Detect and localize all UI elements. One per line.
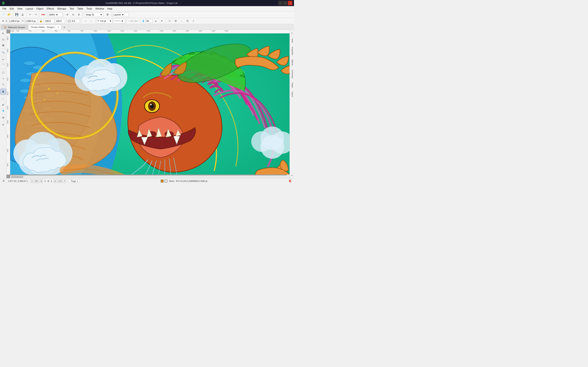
nodes-button[interactable]: ⬦	[179, 18, 184, 24]
print-button[interactable]: 🖨	[20, 12, 25, 17]
stroke-width-dropdown[interactable]: ✏ ▼	[96, 19, 112, 23]
page-next-button[interactable]: ▷	[54, 179, 57, 183]
rect-tool-button[interactable]: □	[0, 70, 6, 75]
scrollbar-horizontal[interactable]	[10, 175, 290, 178]
launch-dropdown[interactable]: Launch ▼	[112, 12, 129, 17]
interactive-tool-button[interactable]: ✛	[0, 115, 6, 120]
ruler-mark-1500: 1500	[225, 30, 228, 32]
transform-tool-button[interactable]: ⊕	[0, 42, 6, 48]
new-button[interactable]: 📄	[1, 12, 6, 17]
freehand-tool-button[interactable]: ✏	[0, 57, 6, 62]
right-panel-hints-icon[interactable]: ?	[290, 31, 294, 35]
menu-help[interactable]: Help	[106, 7, 114, 11]
save-button[interactable]: 💾	[14, 12, 19, 17]
menu-object[interactable]: Object	[35, 7, 45, 11]
snap-mode-button[interactable]: ⊞	[65, 12, 70, 17]
panel-add-icon[interactable]: +	[290, 173, 294, 177]
angle-input[interactable]	[71, 19, 80, 23]
opacity-up-button[interactable]: ▲	[153, 18, 158, 24]
stroke-input[interactable]	[100, 20, 108, 22]
stroke-style-dropdown[interactable]: ───── ▼	[113, 19, 125, 23]
stroke-style-preview: ─────	[114, 20, 120, 22]
objects-panel-button[interactable]: Objects	[290, 58, 294, 67]
tab-close-icon[interactable]: ✕	[57, 26, 59, 28]
zoom-dropdown[interactable]: 626% ▼	[48, 12, 62, 17]
more-button[interactable]: +	[191, 18, 196, 24]
y-input[interactable]	[24, 19, 38, 23]
select-tool-button[interactable]: ↖	[0, 31, 6, 36]
ruler-mark-1300: 1300	[173, 30, 176, 32]
redo-button[interactable]: ↪	[33, 12, 38, 17]
menu-text[interactable]: Text	[68, 7, 76, 11]
ellipse-tool-button[interactable]: ○	[0, 76, 6, 81]
undo-button[interactable]: ↩	[27, 12, 33, 17]
snap-to-label: Snap To	[86, 13, 94, 16]
width-input[interactable]	[44, 19, 54, 23]
smartdraw-tool-button[interactable]: ⌒	[0, 63, 6, 68]
end-arrow-button[interactable]: ▷—	[134, 18, 139, 24]
menu-layout[interactable]: Layout	[24, 7, 35, 11]
menu-edit[interactable]: Edit	[8, 7, 16, 11]
menu-table[interactable]: Table	[76, 7, 85, 11]
y-coord-field: Y:	[22, 19, 38, 23]
snap-to-dropdown[interactable]: Snap To ▼	[85, 12, 103, 17]
menu-tools[interactable]: Tools	[85, 7, 94, 11]
start-arrow-button[interactable]: —◁	[128, 18, 133, 24]
page-last-button[interactable]: ▷|	[58, 179, 62, 183]
menu-effects[interactable]: Effects	[45, 7, 56, 11]
ruler-mark-850: 850	[55, 30, 57, 32]
paint-tool-button[interactable]: 🖌	[0, 102, 6, 108]
scrollbar-h-thumb[interactable]	[11, 176, 23, 178]
tab-add-button[interactable]: +	[62, 25, 67, 30]
tool-separator-2	[1, 56, 6, 56]
fill-none-label: None	[169, 180, 174, 182]
maximize-button[interactable]: □	[283, 1, 287, 5]
node-tool-button[interactable]: ◇	[0, 36, 6, 42]
group-button[interactable]: ⊞	[173, 18, 178, 24]
export-panel-button[interactable]: Export	[290, 90, 294, 99]
lock-ratio-button[interactable]: 🔒	[38, 18, 43, 24]
snap-settings-button[interactable]: ⚙	[105, 12, 110, 17]
snap-grid-button[interactable]: ⊟	[70, 12, 76, 17]
pages-panel-button[interactable]: Pages	[290, 81, 294, 90]
add-more-tools-button[interactable]: +	[0, 122, 6, 128]
tool-separator-5	[1, 95, 6, 95]
tab-dragon-file[interactable]: Firman Hatibu - Dragon... ✕	[28, 25, 62, 30]
transform-origin-button[interactable]: ⊞	[1, 19, 5, 23]
opacity-input[interactable]	[145, 19, 153, 23]
page-name-label[interactable]: Page 1	[69, 179, 80, 183]
properties-panel-button[interactable]: Properties	[290, 45, 294, 57]
dropdown-arrow: ▼	[56, 13, 58, 16]
dimension-tool-button[interactable]: ↔	[0, 96, 6, 101]
menu-window[interactable]: Window	[94, 7, 106, 11]
close-button[interactable]: ✕	[288, 1, 292, 5]
page-prev-button[interactable]: ◁	[39, 179, 43, 183]
open-button[interactable]: 📂	[7, 12, 12, 17]
text-tool-button[interactable]: A	[0, 89, 6, 94]
align-button[interactable]: ⊟	[185, 18, 190, 24]
opacity-down-button[interactable]: ▼	[159, 18, 164, 24]
menu-bitmaps[interactable]: Bitmaps	[56, 7, 68, 11]
flip-h-button[interactable]: ↔	[83, 18, 88, 24]
polygon-tool-button[interactable]: ⬡	[0, 82, 6, 87]
settings-icon[interactable]: ⚙	[2, 179, 6, 183]
snap-guides-button[interactable]: ⊠	[76, 12, 81, 17]
comments-panel-button[interactable]: Comments	[290, 68, 294, 80]
flip-v-button[interactable]: ↕	[89, 18, 94, 24]
page-first-button[interactable]: |◁	[35, 179, 38, 183]
hints-panel-button[interactable]: Hints	[290, 37, 294, 45]
page-add-button[interactable]: +	[30, 179, 34, 183]
outline-button[interactable]: ⬡	[167, 18, 172, 24]
page-add2-button[interactable]: +	[63, 179, 66, 183]
x-input[interactable]	[8, 19, 21, 23]
tab-welcome[interactable]: 🏠 Welcome Screen	[1, 25, 28, 30]
menu-view[interactable]: View	[16, 7, 24, 11]
menu-file[interactable]: File	[1, 7, 8, 11]
eyedropper-tool-button[interactable]: 💧	[0, 108, 6, 113]
export-pdf-button[interactable]: PDF	[41, 12, 46, 17]
snap-status-button[interactable]: 🧲	[288, 179, 292, 183]
height-input[interactable]	[55, 19, 65, 23]
ruler-v-mark-1950: 1950	[7, 149, 9, 152]
minimize-button[interactable]: ─	[278, 1, 283, 5]
zoom-tool-button[interactable]: 🔍	[0, 50, 6, 55]
